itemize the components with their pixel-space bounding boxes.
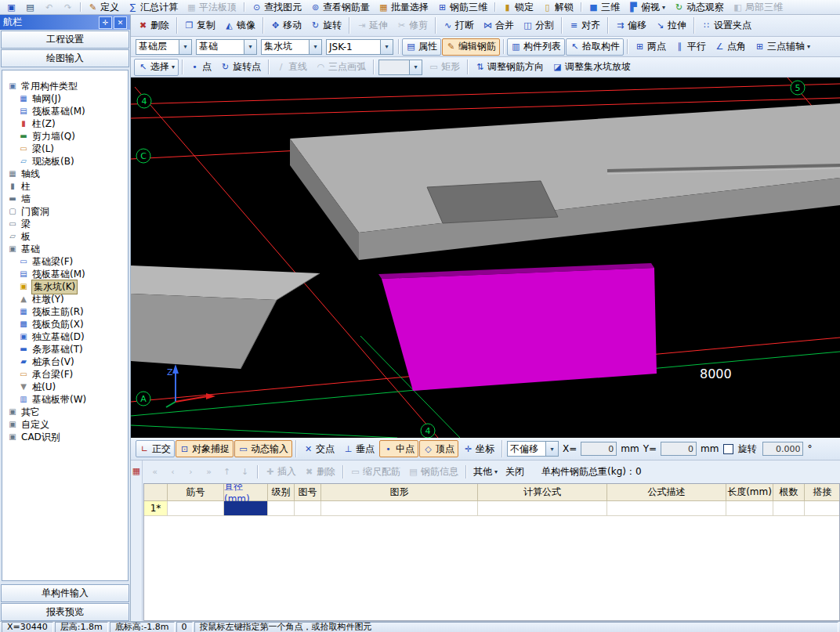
column-header[interactable]: 图号 [295,484,321,501]
view-3d-button[interactable]: ■三维 [585,0,624,14]
grid-panel-icon[interactable]: ▦ [132,467,142,621]
tree-item[interactable]: ▬剪力墙(Q) [2,130,128,143]
single-component-input-button[interactable]: 单构件输入 [1,584,129,602]
nav-panel-titlebar[interactable]: 航栏 ✛ ✕ [0,15,130,30]
properties-button[interactable]: ▤属性 [402,38,441,56]
column-header[interactable]: 级别 [268,484,295,501]
tree-item[interactable]: ▥基础板带(W) [2,393,128,406]
point-button[interactable]: •点 [186,59,215,76]
chevron-down-icon[interactable]: ▾ [309,40,321,54]
column-header[interactable]: 公式描述 [607,484,726,501]
tree-item[interactable]: ▣独立基础(D) [2,330,128,343]
column-header[interactable]: 直径(mm) [224,484,268,501]
table-cell[interactable] [268,501,295,516]
chevron-down-icon[interactable]: ▾ [179,40,191,54]
ortho-button[interactable]: ∟正交 [136,440,175,457]
stretch-button[interactable]: ↘拉伸 [651,17,690,34]
tree-item[interactable]: ▣自定义 [2,418,128,431]
tree-item[interactable]: ▦轴线 [2,168,128,180]
rotate-checkbox[interactable]: 旋转 [723,442,758,456]
rebar-3d-button[interactable]: ⊞钢筋三维 [433,0,491,14]
chevron-down-icon[interactable]: ▾ [545,442,558,456]
chevron-down-icon[interactable]: ▾ [244,40,256,54]
tree-item[interactable]: ▣其它 [2,406,128,418]
split-button[interactable]: ◫分割 [519,17,558,34]
snap-midpoint-button[interactable]: •中点 [379,440,418,457]
sump-pit-selected[interactable] [378,263,657,391]
tree-item[interactable]: ▭梁 [2,218,128,230]
y-input[interactable] [661,442,697,456]
pick-component-button[interactable]: ↖拾取构件 [566,38,624,56]
tree-item[interactable]: ▤筏板基础(M) [2,268,128,280]
tree-item[interactable]: ▣基础 [2,243,128,255]
app-menu-button[interactable]: ▣ [2,0,20,14]
view-rebar-qty-button[interactable]: ⊚查看钢筋量 [306,0,374,14]
table-cell[interactable] [224,501,268,516]
tree-item[interactable]: ▮柱 [2,180,128,193]
parallel-button[interactable]: ∥平行 [671,38,710,56]
viewport-3d-scene[interactable]: 4 C A 4 5 Z 8000 [131,78,840,438]
tree-item[interactable]: ▭承台梁(F) [2,368,128,381]
break-button[interactable]: ∿打断 [439,17,478,34]
tree-item[interactable]: ▱板 [2,230,128,243]
merge-button[interactable]: ⋈合并 [479,17,518,34]
table-cell[interactable] [295,501,321,516]
pin-icon[interactable]: ✛ [99,16,112,29]
row-header-cell[interactable]: 1* [144,501,168,516]
tree-item[interactable]: ▭梁(L) [2,143,128,155]
batch-select-button[interactable]: ▦批量选择 [375,0,433,14]
tree-item[interactable]: ▬墙 [2,193,128,205]
three-point-aux-axis-button[interactable]: ⊞三点辅轴▾ [751,38,814,56]
report-preview-button[interactable]: 报表预览 [1,603,129,621]
grip-settings-button[interactable]: ∷设置夹点 [697,17,755,34]
tree-item[interactable]: ▱现浇板(B) [2,155,128,168]
angle-input[interactable] [762,442,803,456]
table-cell[interactable] [321,501,478,516]
rotate-point-button[interactable]: ↻旋转点 [216,59,265,76]
unlock-button[interactable]: ▯解锁 [538,0,578,14]
other-button[interactable]: 其他▾ [470,464,501,480]
category-select[interactable]: 基础▾ [196,39,257,55]
tree-item[interactable]: ▣常用构件类型 [2,80,128,92]
tree-item[interactable]: ▲柱墩(Y) [2,293,128,305]
column-header[interactable]: 搭接 [805,484,840,501]
table-cell[interactable] [805,501,840,516]
close-icon[interactable]: ✕ [114,16,127,29]
save-button[interactable]: ▤ [21,0,39,14]
copy-button[interactable]: ❐复制 [180,17,219,34]
tree-item[interactable]: ▤筏板基础(M) [2,105,128,117]
column-header[interactable]: 图形 [321,484,478,501]
osnap-button[interactable]: ⊡对象捕捉 [176,440,234,457]
column-header[interactable]: 筋号 [168,484,224,501]
rotate-button[interactable]: ↻旋转 [306,17,346,34]
tree-item[interactable]: ▢门窗洞 [2,205,128,218]
adjust-rebar-direction-button[interactable]: ⇅调整钢筋方向 [471,59,548,76]
snap-intersection-button[interactable]: ✕交点 [299,440,339,457]
dynamic-input-button[interactable]: ▭动态输入 [234,440,292,457]
project-settings-button[interactable]: 工程设置 [1,31,129,49]
two-point-button[interactable]: ⊞两点 [631,38,670,56]
tree-item[interactable]: ▬条形基础(T) [2,343,128,356]
column-header[interactable]: 计算公式 [478,484,607,501]
move-button[interactable]: ✥移动 [266,17,306,34]
select-button[interactable]: ↖选择▾ [134,59,179,76]
tree-item[interactable]: ▰桩承台(V) [2,356,128,368]
floor-select[interactable]: 基础层▾ [136,39,192,55]
table-cell[interactable] [607,501,726,516]
tree-item[interactable]: ▦轴网(J) [2,92,128,105]
offset-button[interactable]: ⇉偏移 [611,17,650,34]
mirror-button[interactable]: ◭镜像 [220,17,259,34]
point-angle-button[interactable]: ∠点角 [711,38,750,56]
chevron-down-icon[interactable]: ▾ [380,40,393,54]
column-header[interactable]: 长度(mm) [726,484,773,501]
table-row[interactable]: 1* [144,501,839,516]
snap-vertex-button[interactable]: ◇顶点 [419,440,458,457]
close-button[interactable]: 关闭 [502,464,527,480]
tree-item[interactable]: ▣集水坑(K) [2,280,128,293]
table-cell[interactable] [726,501,773,516]
component-list-button[interactable]: ▥构件列表 [507,38,565,56]
drawing-input-button[interactable]: 绘图输入 [1,49,129,67]
element-type-select[interactable]: 集水坑▾ [261,39,322,55]
offset-mode-select[interactable]: 不偏移▾ [507,441,559,457]
tree-item[interactable]: ▣CAD识别 [2,431,128,443]
